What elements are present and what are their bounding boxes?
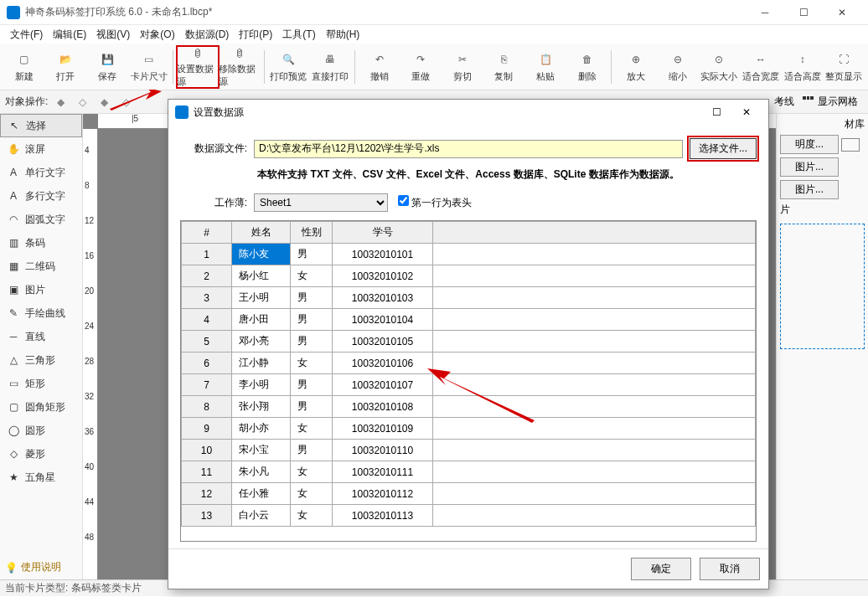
tool-qr[interactable]: ▦二维码	[0, 255, 82, 278]
tool-line[interactable]: ─直线	[0, 325, 82, 348]
toolbar-fitw[interactable]: ↔适合宽度	[740, 46, 782, 88]
toolbar-fitpage[interactable]: ⛶整页显示	[824, 46, 865, 88]
menu-view[interactable]: 视图(V)	[91, 26, 135, 44]
status-label: 当前卡片类型:	[5, 581, 68, 595]
zoomin-icon: ⊕	[627, 50, 645, 69]
path-input[interactable]	[254, 140, 683, 158]
toolbar-actual[interactable]: ⊙实际大小	[699, 46, 741, 88]
guide-line[interactable]: 考线	[774, 95, 794, 109]
tool-pan[interactable]: ✋滚屏	[0, 137, 82, 161]
toolbar-fith[interactable]: ↕适合高度	[782, 46, 824, 88]
table-row[interactable]: 10宋小宝男10032010110	[182, 440, 756, 461]
table-row[interactable]: 1陈小友男10032010101	[182, 244, 756, 265]
tool-ellipse[interactable]: ◯圆形	[0, 419, 82, 442]
ok-button[interactable]: 确定	[631, 558, 691, 580]
fith-icon: ↕	[793, 50, 812, 69]
table-row[interactable]: 5邓小亮男10032010105	[182, 331, 756, 353]
toolbar-setds[interactable]: 🛢设置数据源	[177, 46, 219, 88]
toolbar-cardsize[interactable]: ▭卡片尺寸	[128, 46, 170, 88]
toolbar-print[interactable]: 🖶直接打印	[309, 46, 351, 88]
toolbar-delete[interactable]: 🗑删除	[566, 46, 608, 88]
path-label: 数据源文件:	[180, 142, 247, 156]
print-icon: 🖶	[321, 50, 339, 69]
tool-freehand[interactable]: ✎手绘曲线	[0, 301, 82, 325]
toolbar-redo[interactable]: ↷重做	[400, 46, 442, 88]
format-hint: 本软件支持 TXT 文件、CSV 文件、Excel 文件、Access 数据库、…	[180, 167, 757, 182]
col-header[interactable]: 姓名	[232, 222, 291, 244]
table-row[interactable]: 7李小明男10032010107	[182, 374, 756, 396]
first-row-header[interactable]: 第一行为表头	[398, 195, 472, 210]
toolbar-zoomout[interactable]: ⊖缩小	[657, 46, 699, 88]
image-icon: ▣	[5, 284, 22, 296]
close-button[interactable]: ✕	[823, 0, 861, 25]
layer-front-icon[interactable]: ◆	[51, 93, 70, 111]
menu-edit[interactable]: 编辑(E)	[48, 26, 91, 44]
menu-datasource[interactable]: 数据源(D)	[180, 26, 235, 44]
tool-roundrect[interactable]: ▢圆角矩形	[0, 395, 82, 419]
toolbar-undo[interactable]: ↶撤销	[359, 46, 400, 88]
table-row[interactable]: 4唐小田男10032010104	[182, 309, 756, 331]
tool-star[interactable]: ★五角星	[0, 466, 82, 489]
brightness-button[interactable]: 明度...	[780, 135, 839, 154]
table-row[interactable]: 2杨小红女10032010102	[182, 265, 756, 287]
layer-up-icon[interactable]: ◆	[95, 93, 113, 111]
cancel-button[interactable]: 取消	[700, 558, 760, 580]
toolbar-removeds[interactable]: 🛢移除数据源	[219, 46, 261, 88]
menu-tools[interactable]: 工具(T)	[277, 26, 320, 44]
minimize-button[interactable]: ─	[746, 0, 784, 25]
col-header[interactable]: #	[182, 222, 232, 244]
dialog-close[interactable]: ✕	[731, 100, 762, 124]
toolbar-zoomin[interactable]: ⊕放大	[615, 46, 657, 88]
data-table[interactable]: #姓名性别学号1陈小友男100320101012杨小红女100320101023…	[180, 220, 757, 542]
table-row[interactable]: 11朱小凡女10032010111	[182, 461, 756, 483]
layer-down-icon[interactable]: ◇	[116, 93, 135, 111]
browse-button[interactable]: 选择文件...	[690, 138, 757, 159]
tool-sidebar: ↖选择✋滚屏A单行文字A多行文字◠圆弧文字▥条码▦二维码▣图片✎手绘曲线─直线△…	[0, 114, 83, 579]
redo-icon: ↷	[411, 50, 430, 69]
help-link[interactable]: 💡使用说明	[0, 555, 82, 579]
layer-back-icon[interactable]: ◇	[73, 93, 91, 111]
sheet-select[interactable]: Sheet1	[254, 193, 388, 212]
table-row[interactable]: 8张小翔男10032010108	[182, 396, 756, 418]
image1-button[interactable]: 图片...	[780, 157, 839, 177]
toolbar-open[interactable]: 📂打开	[45, 46, 87, 88]
table-row[interactable]: 9胡小亦女10032010109	[182, 418, 756, 440]
tool-text2[interactable]: A多行文字	[0, 184, 82, 208]
open-icon: 📂	[56, 50, 75, 69]
removeds-icon: 🛢	[230, 46, 249, 61]
toolbar-new[interactable]: ▢新建	[3, 46, 45, 88]
toolbar-cut[interactable]: ✂剪切	[442, 46, 483, 88]
tool-image[interactable]: ▣图片	[0, 278, 82, 301]
image2-button[interactable]: 图片...	[780, 180, 839, 199]
triangle-icon: △	[5, 354, 22, 366]
dialog-maximize[interactable]: ☐	[701, 100, 731, 124]
toolbar-preview[interactable]: 🔍打印预览	[268, 46, 310, 88]
tool-rect[interactable]: ▭矩形	[0, 372, 82, 395]
material-lib[interactable]: 材库	[780, 117, 865, 131]
table-row[interactable]: 12任小雅女10032010112	[182, 483, 756, 505]
tool-barcode[interactable]: ▥条码	[0, 231, 82, 255]
toolbar-save[interactable]: 💾保存	[86, 46, 128, 88]
table-row[interactable]: 6江小静女10032010106	[182, 353, 756, 374]
tool-triangle[interactable]: △三角形	[0, 348, 82, 372]
col-header[interactable]: 学号	[333, 222, 433, 244]
menu-object[interactable]: 对象(O)	[135, 26, 179, 44]
col-header[interactable]: 性别	[291, 222, 333, 244]
menu-print[interactable]: 打印(P)	[234, 26, 277, 44]
toolbar-paste[interactable]: 📋粘贴	[524, 46, 566, 88]
grid-icon	[803, 96, 814, 108]
show-grid[interactable]: 显示网格	[818, 95, 858, 109]
menu-help[interactable]: 帮助(H)	[321, 26, 365, 44]
table-row[interactable]: 13白小云女10032010113	[182, 505, 756, 527]
tool-diamond[interactable]: ◇菱形	[0, 442, 82, 466]
table-row[interactable]: 3王小明男10032010103	[182, 287, 756, 309]
tool-arc[interactable]: ◠圆弧文字	[0, 208, 82, 231]
diamond-icon: ◇	[5, 448, 22, 460]
maximize-button[interactable]: ☐	[784, 0, 823, 25]
toolbar-copy[interactable]: ⎘复制	[483, 46, 525, 88]
bulb-icon: 💡	[5, 562, 18, 574]
menu-file[interactable]: 文件(F)	[5, 26, 48, 44]
tool-select[interactable]: ↖选择	[0, 114, 82, 137]
datasource-dialog: 设置数据源 ☐ ✕ 数据源文件: 选择文件... 本软件支持 TXT 文件、CS…	[168, 99, 769, 589]
tool-text1[interactable]: A单行文字	[0, 161, 82, 184]
